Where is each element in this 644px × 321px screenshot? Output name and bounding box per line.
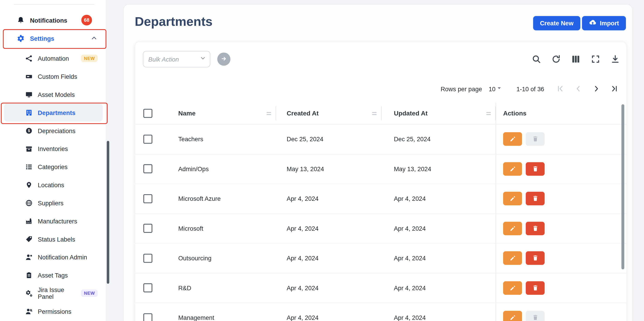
table-tools — [532, 54, 620, 64]
column-label: Name — [178, 110, 196, 117]
first-page-button[interactable] — [554, 83, 566, 95]
column-label: Actions — [503, 110, 526, 117]
cloud-upload-icon — [589, 19, 597, 28]
gear-icon — [16, 34, 25, 42]
row-checkbox[interactable] — [143, 164, 152, 174]
table-card: Bulk Action — [135, 42, 627, 321]
sidebar-item-jira-issue-panel[interactable]: Jira Issue Panel NEW — [4, 284, 102, 302]
asset-tags-icon — [25, 272, 33, 279]
column-header-name[interactable]: Name — [170, 102, 276, 124]
sidebar-item-departments[interactable]: Departments — [4, 104, 102, 122]
jira-icon — [25, 290, 33, 297]
sidebar-item-suppliers[interactable]: Suppliers — [4, 194, 102, 212]
sidebar-item-notification-admin[interactable]: Notification Admin — [4, 248, 102, 266]
table-row: Admin/Ops May 13, 2024 May 13, 2024 — [135, 154, 626, 184]
row-checkbox[interactable] — [143, 284, 152, 292]
select-all-checkbox[interactable] — [143, 109, 152, 118]
suppliers-icon — [25, 200, 33, 206]
rows-per-page-label: Rows per page — [441, 85, 482, 92]
delete-button[interactable] — [526, 251, 544, 265]
rows-per-page-select[interactable]: 10 — [489, 85, 502, 92]
sidebar-item-depreciations[interactable]: $ Depreciations — [4, 122, 102, 140]
fullscreen-button[interactable] — [591, 54, 600, 64]
sidebar-scrollbar[interactable] — [107, 141, 109, 284]
sidebar-item-status-labels[interactable]: Status Labels — [4, 230, 102, 248]
categories-icon — [25, 163, 33, 170]
sidebar-item-label: Manufacturers — [38, 217, 77, 224]
sidebar-item-notifications[interactable]: Notifications 68 — [4, 11, 102, 29]
column-header-created-at[interactable]: Created At — [276, 102, 382, 124]
pagination-range: 1-10 of 36 — [516, 85, 544, 92]
cell-updated-at: Apr 4, 2024 — [382, 195, 496, 202]
edit-button[interactable] — [503, 162, 522, 176]
depreciations-icon: $ — [25, 127, 33, 134]
cell-created-at: Dec 25, 2024 — [276, 136, 382, 142]
delete-button[interactable] — [526, 311, 544, 321]
column-drag-handle-icon[interactable] — [266, 112, 271, 115]
sidebar-item-label: Depreciations — [38, 127, 76, 134]
sidebar-item-label: Automation — [38, 55, 69, 62]
sidebar-item-permissions[interactable]: Permissions — [4, 302, 102, 320]
table-row: Teachers Dec 25, 2024 Dec 25, 2024 — [135, 124, 626, 154]
rows-per-page-value: 10 — [489, 85, 496, 92]
sidebar-item-label: Locations — [38, 181, 64, 188]
row-checkbox[interactable] — [143, 194, 152, 203]
edit-button[interactable] — [503, 251, 522, 265]
sidebar-item-locations[interactable]: Locations — [4, 176, 102, 194]
sidebar-item-categories[interactable]: Categories — [4, 158, 102, 176]
table-scrollbar[interactable] — [621, 104, 624, 270]
table-row: Outsourcing Apr 4, 2024 Apr 4, 2024 — [135, 244, 626, 273]
app-root: Notifications 68 Settings Automation NEW — [0, 0, 644, 321]
locations-icon — [25, 181, 33, 188]
column-separator — [495, 106, 496, 120]
sidebar-item-label: Jira Issue Panel — [38, 286, 81, 300]
cell-updated-at: Dec 25, 2024 — [382, 136, 496, 142]
search-button[interactable] — [532, 54, 541, 64]
header-buttons: Create New Import — [533, 16, 626, 30]
delete-button[interactable] — [526, 192, 544, 205]
chevron-up-icon — [91, 35, 97, 41]
row-checkbox[interactable] — [143, 254, 152, 262]
delete-button[interactable] — [526, 132, 544, 146]
next-page-button[interactable] — [590, 83, 602, 95]
column-drag-handle-icon[interactable] — [372, 112, 376, 115]
cell-updated-at: Apr 4, 2024 — [382, 225, 496, 232]
cell-created-at: Apr 4, 2024 — [276, 255, 382, 262]
sidebar-item-settings[interactable]: Settings — [4, 29, 102, 47]
sidebar-item-custom-fields[interactable]: Custom Fields — [4, 67, 102, 85]
delete-button[interactable] — [526, 222, 544, 235]
sidebar-item-inventories[interactable]: Inventories — [4, 140, 102, 158]
row-checkbox[interactable] — [143, 134, 152, 144]
sidebar-item-automation[interactable]: Automation NEW — [4, 49, 102, 68]
last-page-button[interactable] — [608, 83, 620, 95]
previous-page-button[interactable] — [572, 83, 584, 95]
delete-button[interactable] — [526, 281, 544, 295]
column-header-updated-at[interactable]: Updated At — [382, 102, 496, 124]
sidebar-item-asset-models[interactable]: Asset Models — [4, 85, 102, 104]
apply-bulk-action-button[interactable] — [217, 52, 230, 66]
bulk-action-select[interactable]: Bulk Action — [143, 51, 210, 68]
download-button[interactable] — [611, 54, 620, 64]
refresh-button[interactable] — [552, 54, 561, 64]
delete-button[interactable] — [526, 162, 544, 176]
edit-button[interactable] — [503, 311, 522, 321]
edit-button[interactable] — [503, 281, 522, 295]
cell-name: Microsoft — [170, 225, 276, 232]
column-drag-handle-icon[interactable] — [486, 112, 491, 115]
table-row: Management Apr 4, 2024 Apr 4, 2024 — [135, 303, 626, 321]
row-checkbox[interactable] — [143, 224, 152, 233]
edit-button[interactable] — [503, 222, 522, 235]
main-panel: Departments Create New Import Bulk Actio… — [123, 4, 632, 321]
row-checkbox[interactable] — [143, 313, 152, 321]
new-badge: NEW — [81, 54, 98, 62]
edit-button[interactable] — [503, 132, 522, 146]
pagination-bar: Rows per page 10 1-10 of 36 — [135, 67, 626, 102]
sidebar-item-asset-tags[interactable]: Asset Tags — [4, 266, 102, 284]
import-button[interactable]: Import — [582, 16, 626, 30]
create-new-button[interactable]: Create New — [533, 16, 580, 30]
cell-created-at: Apr 4, 2024 — [276, 284, 382, 291]
column-header-actions: Actions — [496, 102, 626, 124]
edit-button[interactable] — [503, 192, 522, 205]
columns-button[interactable] — [571, 54, 580, 64]
sidebar-item-manufacturers[interactable]: Manufacturers — [4, 212, 102, 230]
